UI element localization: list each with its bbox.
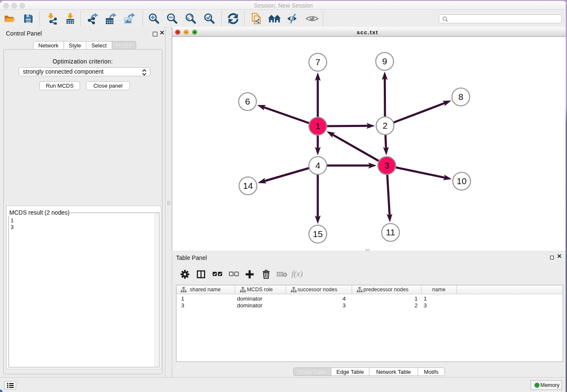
svg-text:7: 7 <box>315 57 320 67</box>
svg-text:15: 15 <box>313 229 322 239</box>
svg-text:8: 8 <box>458 92 463 102</box>
svg-text:6: 6 <box>245 97 250 106</box>
svg-text:11: 11 <box>386 227 395 237</box>
svg-text:3: 3 <box>384 160 389 170</box>
svg-text:10: 10 <box>457 176 466 186</box>
svg-text:2: 2 <box>383 121 388 130</box>
svg-text:1: 1 <box>315 121 320 131</box>
svg-text:4: 4 <box>315 160 320 170</box>
svg-text:14: 14 <box>243 181 253 190</box>
svg-text:9: 9 <box>382 56 387 66</box>
